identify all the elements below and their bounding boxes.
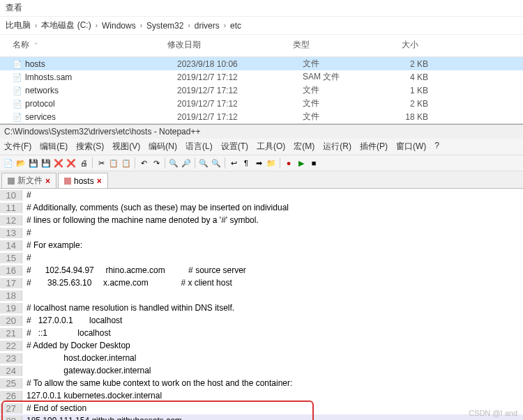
code-text: 127.0.0.1 kubernetes.docker.internal bbox=[22, 391, 162, 400]
editor-area[interactable]: 10#11# Additionally, comments (such as t… bbox=[0, 189, 523, 420]
line-number: 18 bbox=[0, 290, 22, 301]
paste-icon[interactable]: 📋 bbox=[121, 157, 132, 169]
menu-item[interactable]: 语言(L) bbox=[185, 141, 213, 153]
col-size[interactable]: 大小 bbox=[377, 38, 432, 52]
find-icon[interactable]: 🔍 bbox=[168, 157, 179, 169]
code-line[interactable]: 10# bbox=[0, 189, 523, 201]
file-row[interactable]: protocol2019/12/7 17:12文件2 KB bbox=[0, 97, 523, 110]
menu-item[interactable]: 搜索(S) bbox=[76, 141, 104, 153]
explorer-menu-view[interactable]: 查看 bbox=[0, 0, 523, 16]
code-line[interactable]: 27# End of section bbox=[0, 402, 523, 414]
toolbar-separator bbox=[92, 157, 93, 169]
code-line[interactable]: 21# ::1 localhost bbox=[0, 327, 523, 339]
col-name[interactable]: 名称⌃ bbox=[0, 38, 167, 52]
tab-close-icon[interactable]: × bbox=[97, 176, 102, 186]
col-type[interactable]: 类型 bbox=[293, 38, 377, 52]
redo-icon[interactable]: ↷ bbox=[151, 157, 162, 169]
line-number: 12 bbox=[0, 215, 22, 226]
stop-icon[interactable]: ■ bbox=[308, 157, 319, 169]
whitespace-icon[interactable]: ¶ bbox=[241, 157, 252, 169]
code-line[interactable]: 12# lines or following the machine name … bbox=[0, 214, 523, 226]
breadcrumb-seg[interactable]: 比电脑 bbox=[6, 20, 31, 31]
close-icon[interactable]: ❌ bbox=[53, 157, 64, 169]
file-icon bbox=[13, 112, 22, 122]
record-icon[interactable]: ● bbox=[283, 157, 294, 169]
menu-item[interactable]: 视图(V) bbox=[112, 141, 140, 153]
zoom-out-icon[interactable]: 🔍 bbox=[211, 157, 222, 169]
code-text: # ::1 localhost bbox=[22, 328, 111, 338]
wrap-icon[interactable]: ↩ bbox=[228, 157, 239, 169]
zoom-in-icon[interactable]: 🔍 bbox=[198, 157, 209, 169]
menu-item[interactable]: 文件(F) bbox=[4, 141, 31, 153]
code-line[interactable]: 26127.0.0.1 kubernetes.docker.internal bbox=[0, 389, 523, 402]
file-list: hosts2023/9/18 10:06文件2 KBlmhosts.sam201… bbox=[0, 57, 523, 123]
code-line[interactable]: 17# 38.25.63.10 x.acme.com # x client ho… bbox=[0, 277, 523, 289]
new-file-icon[interactable]: 📄 bbox=[3, 157, 14, 169]
fold-icon[interactable]: 📁 bbox=[266, 157, 277, 169]
code-line[interactable]: 19# localhost name resolution is handled… bbox=[0, 302, 523, 314]
code-line[interactable]: 20# 127.0.0.1 localhost bbox=[0, 314, 523, 327]
replace-icon[interactable]: 🔎 bbox=[181, 157, 192, 169]
file-row[interactable]: lmhosts.sam2019/12/7 17:12SAM 文件4 KB bbox=[0, 70, 523, 84]
code-line[interactable]: 14# For example: bbox=[0, 239, 523, 251]
file-size: 2 KB bbox=[386, 59, 442, 69]
code-text: 185.199.111.154 github.githubassets.com bbox=[22, 416, 182, 420]
code-line[interactable]: 18 bbox=[0, 289, 523, 302]
breadcrumb-seg[interactable]: System32 bbox=[146, 21, 183, 31]
chevron-right-icon: › bbox=[140, 22, 142, 29]
file-row[interactable]: services2019/12/7 17:12文件18 KB bbox=[0, 110, 523, 123]
close-all-icon[interactable]: ❌ bbox=[66, 157, 77, 169]
code-line[interactable]: 16# 102.54.94.97 rhino.acme.com # source… bbox=[0, 264, 523, 277]
menu-item[interactable]: ? bbox=[434, 141, 439, 153]
play-icon[interactable]: ▶ bbox=[296, 157, 307, 169]
breadcrumb-seg[interactable]: etc bbox=[230, 21, 241, 31]
notepad-plus-plus: C:\Windows\System32\drivers\etc\hosts - … bbox=[0, 124, 523, 420]
breadcrumb-seg[interactable]: drivers bbox=[195, 21, 220, 31]
file-type: 文件 bbox=[303, 111, 386, 123]
print-icon[interactable]: 🖨 bbox=[78, 157, 89, 169]
menu-item[interactable]: 运行(R) bbox=[323, 141, 351, 153]
breadcrumb-seg[interactable]: Windows bbox=[102, 21, 136, 31]
menu-bar: 文件(F)编辑(E)搜索(S)视图(V)编码(N)语言(L)设置(T)工具(O)… bbox=[0, 139, 523, 155]
code-line[interactable]: 11# Additionally, comments (such as thes… bbox=[0, 201, 523, 214]
line-number: 14 bbox=[0, 240, 22, 251]
open-file-icon[interactable]: 📂 bbox=[15, 157, 26, 169]
menu-item[interactable]: 窗口(W) bbox=[396, 141, 426, 153]
copy-icon[interactable]: 📋 bbox=[108, 157, 119, 169]
tab-bar: 新文件×hosts× bbox=[0, 171, 523, 189]
toolbar-separator bbox=[195, 157, 195, 169]
file-type: 文件 bbox=[303, 58, 386, 70]
menu-item[interactable]: 编码(N) bbox=[149, 141, 177, 153]
menu-item[interactable]: 宏(M) bbox=[294, 141, 314, 153]
code-line[interactable]: 13# bbox=[0, 226, 523, 239]
code-line[interactable]: 24 gateway.docker.internal bbox=[0, 364, 523, 377]
editor-tab[interactable]: hosts× bbox=[58, 173, 108, 188]
file-row[interactable]: hosts2023/9/18 10:06文件2 KB bbox=[0, 57, 523, 70]
save-icon[interactable]: 💾 bbox=[28, 157, 39, 169]
chevron-right-icon: › bbox=[35, 22, 37, 29]
menu-item[interactable]: 工具(O) bbox=[257, 141, 285, 153]
code-text: # localhost name resolution is handled w… bbox=[22, 303, 234, 313]
code-line[interactable]: 23 host.docker.internal bbox=[0, 352, 523, 364]
file-name: services bbox=[25, 112, 177, 122]
menu-item[interactable]: 设置(T) bbox=[221, 141, 248, 153]
breadcrumb-seg[interactable]: 本地磁盘 (C:) bbox=[41, 20, 91, 31]
cut-icon[interactable]: ✂ bbox=[96, 157, 107, 169]
sort-arrow-icon: ⌃ bbox=[33, 42, 39, 49]
undo-icon[interactable]: ↶ bbox=[138, 157, 149, 169]
code-line[interactable]: 22# Added by Docker Desktop bbox=[0, 339, 523, 352]
code-line[interactable]: 28185.199.111.154 github.githubassets.co… bbox=[0, 414, 523, 420]
tab-close-icon[interactable]: × bbox=[45, 176, 50, 186]
breadcrumb[interactable]: 比电脑› 本地磁盘 (C:)› Windows› System32› drive… bbox=[0, 16, 523, 35]
code-line[interactable]: 25# To allow the same kube context to wo… bbox=[0, 377, 523, 389]
code-line[interactable]: 15# bbox=[0, 251, 523, 264]
menu-item[interactable]: 编辑(E) bbox=[40, 141, 68, 153]
col-date[interactable]: 修改日期 bbox=[167, 38, 293, 52]
line-number: 28 bbox=[0, 416, 22, 421]
indent-icon[interactable]: ➡ bbox=[253, 157, 264, 169]
file-row[interactable]: networks2019/12/7 17:12文件1 KB bbox=[0, 84, 523, 97]
file-date: 2019/12/7 17:12 bbox=[177, 112, 303, 122]
menu-item[interactable]: 插件(P) bbox=[360, 141, 388, 153]
save-all-icon[interactable]: 💾 bbox=[40, 157, 52, 169]
editor-tab[interactable]: 新文件× bbox=[1, 173, 56, 188]
